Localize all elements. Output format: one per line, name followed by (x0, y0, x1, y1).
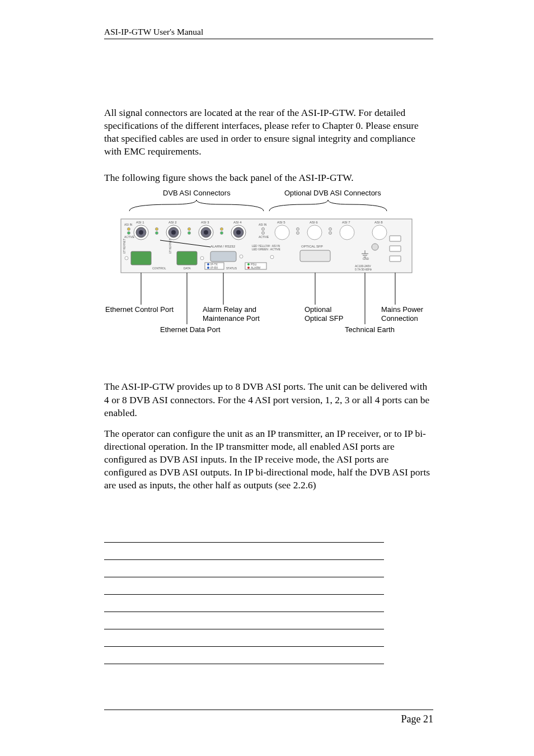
svg-point-32 (221, 228, 223, 231)
svg-point-41 (329, 232, 332, 235)
svg-point-21 (340, 225, 354, 240)
svg-point-31 (188, 232, 191, 235)
svg-text:ALARM / RS232: ALARM / RS232 (210, 245, 236, 248)
optical-sfp-slot (300, 250, 330, 262)
page: ASI-IP-GTW User's Manual All signal conn… (0, 0, 534, 756)
svg-point-40 (329, 228, 332, 231)
callout-eth-data: Ethernet Data Port (160, 325, 221, 334)
svg-text:LED GREEN   : ACTIVE: LED GREEN : ACTIVE (252, 248, 281, 251)
svg-text:ALARM: ALARM (251, 266, 260, 269)
svg-point-39 (297, 232, 299, 235)
svg-text:ETHERNET: ETHERNET (168, 239, 172, 254)
svg-text:DATA: DATA (184, 267, 191, 270)
svg-text:ASI 6: ASI 6 (310, 221, 318, 224)
svg-text:ASI 5: ASI 5 (277, 221, 285, 224)
svg-point-57 (247, 263, 250, 265)
paragraph-intro-2: The following figure shows the back pane… (104, 171, 433, 184)
svg-point-38 (297, 228, 299, 231)
back-panel-figure: DVB ASI Connectors Optional DVB ASI Conn… (104, 184, 433, 347)
svg-point-23 (372, 225, 387, 240)
svg-text:ASI 7: ASI 7 (342, 221, 350, 224)
svg-text:ASI 1: ASI 1 (136, 221, 144, 224)
svg-point-17 (275, 225, 289, 240)
svg-point-54 (207, 267, 209, 269)
callout-sfp-1: Optional (305, 305, 332, 314)
ethernet-control-port (131, 251, 151, 265)
svg-point-11 (204, 230, 208, 235)
svg-text:STATUS: STATUS (226, 267, 237, 270)
callout-mains-2: Connection (381, 314, 418, 323)
page-footer: Page 21 (104, 710, 433, 725)
svg-text:ETHERNET: ETHERNET (123, 239, 126, 254)
svg-text:ASI IN: ASI IN (259, 223, 267, 226)
svg-point-49 (240, 255, 243, 258)
svg-text:ASI 3: ASI 3 (201, 221, 209, 224)
svg-point-28 (156, 228, 158, 231)
callout-sfp-2: Optical SFP (305, 314, 343, 323)
svg-point-52 (207, 263, 209, 265)
svg-point-29 (156, 232, 158, 235)
svg-point-63 (270, 255, 274, 259)
alarm-rs232-port (210, 251, 236, 262)
svg-point-46 (200, 256, 204, 260)
svg-text:ASI IN: ASI IN (124, 223, 133, 226)
paragraph-after-2: The operator can configure the unit as a… (104, 427, 433, 492)
svg-point-59 (247, 267, 250, 269)
svg-text:IP-RX: IP-RX (210, 266, 218, 269)
brace-left (129, 200, 264, 211)
ethernet-data-port (177, 251, 197, 265)
svg-point-43 (125, 256, 128, 260)
svg-point-66 (372, 244, 378, 250)
svg-text:CONTROL: CONTROL (152, 267, 166, 270)
svg-point-30 (188, 228, 191, 231)
svg-point-25 (128, 228, 130, 231)
callout-alarm-1: Alarm Relay and (203, 305, 256, 314)
brace-right (269, 200, 387, 211)
svg-point-3 (139, 230, 143, 235)
svg-text:ASI 8: ASI 8 (374, 221, 383, 224)
svg-text:OPTICAL SFP: OPTICAL SFP (301, 245, 323, 248)
svg-point-33 (221, 232, 223, 235)
svg-point-7 (171, 230, 176, 235)
label-dvb-asi-optional: Optional DVB ASI Connectors (284, 189, 381, 197)
paragraph-intro-1: All signal connectors are located at the… (104, 106, 433, 158)
callout-tech-earth: Technical Earth (345, 325, 395, 334)
callout-mains-1: Mains Power (381, 305, 424, 314)
callout-alarm-2: Maintenance Port (203, 314, 260, 323)
svg-text:ACTIVE: ACTIVE (124, 235, 135, 239)
svg-text:ASI 4: ASI 4 (233, 221, 242, 224)
svg-text:GND: GND (363, 257, 369, 260)
callout-eth-ctrl: Ethernet Control Port (105, 305, 174, 314)
svg-rect-68 (390, 246, 401, 251)
mains-inlet (390, 256, 401, 262)
svg-point-19 (307, 225, 322, 240)
svg-point-15 (236, 230, 241, 235)
running-header: ASI-IP-GTW User's Manual (104, 27, 433, 39)
svg-point-36 (262, 232, 265, 235)
svg-point-35 (262, 228, 265, 231)
svg-text:ASI 2: ASI 2 (168, 221, 177, 224)
paragraph-after-1: The ASI-IP-GTW provides up to 8 DVB ASI … (104, 380, 433, 419)
label-dvb-asi: DVB ASI Connectors (163, 189, 231, 197)
svg-text:0.7A 50-60Hz: 0.7A 50-60Hz (355, 268, 372, 271)
svg-point-26 (128, 232, 130, 235)
svg-rect-67 (390, 236, 401, 241)
notes-lines (104, 525, 384, 664)
svg-text:ACTIVE: ACTIVE (259, 235, 269, 239)
